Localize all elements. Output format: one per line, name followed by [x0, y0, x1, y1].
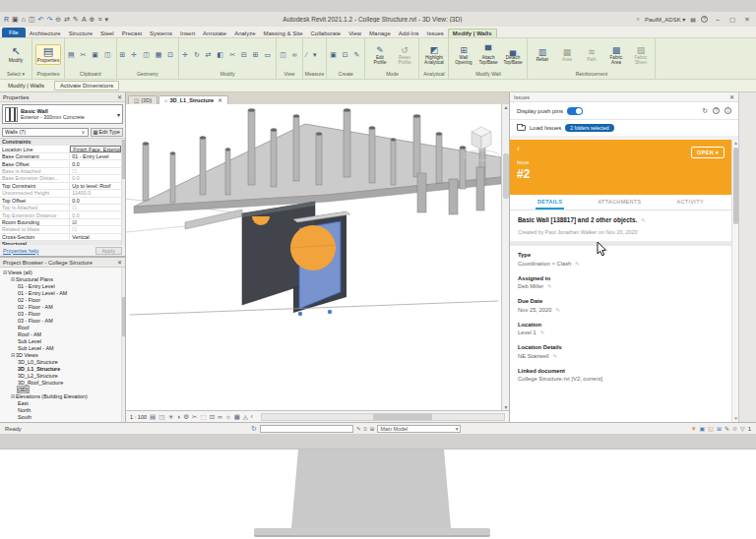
selection-filter-icon[interactable]: ▽ [740, 425, 745, 432]
tree-item[interactable]: 01 - Entry Level [0, 282, 121, 289]
temporary-hide-icon[interactable]: ∞ [218, 413, 222, 421]
attach-top-base-button[interactable]: ▀ Attach Top/Base [476, 45, 499, 65]
property-value[interactable]: ☐ [70, 205, 121, 210]
tree-item[interactable]: Roof - AM [0, 330, 121, 337]
press-drag-icon[interactable]: ◱ [708, 425, 714, 432]
close-icon[interactable]: ✕ [117, 93, 122, 100]
close-button[interactable]: ✕ [742, 16, 752, 24]
scrollbar-thumb[interactable] [373, 414, 432, 420]
views-icon[interactable]: ▣ [12, 16, 19, 24]
scroll-down-icon[interactable]: ▼ [732, 416, 739, 421]
tree-item[interactable]: ⊟ Elevations (Building Elevation) [0, 392, 121, 399]
properties-scrollbar[interactable] [121, 139, 125, 245]
level-node[interactable] [328, 310, 332, 314]
help-icon[interactable]: ? [713, 107, 720, 114]
modify-button[interactable]: ↖ Modify [3, 45, 29, 64]
element-filter-select[interactable]: Walls (7) ∨ [2, 128, 89, 137]
property-value[interactable]: Vertical [70, 234, 121, 240]
redo-icon[interactable]: ↷ [46, 16, 52, 24]
edit-icon[interactable]: ✎ [553, 353, 558, 359]
tree-item[interactable]: North [0, 406, 121, 413]
scale-button[interactable]: 1 : 100 [130, 414, 147, 420]
tree-item[interactable]: 3D_L0_Structure [0, 358, 121, 365]
view-tab[interactable]: ◳ {3D} [128, 95, 158, 104]
tree-item[interactable]: South [0, 413, 121, 420]
minimize-button[interactable]: – [713, 16, 723, 23]
wall-opening-button[interactable]: ⊞ Wall Opening [452, 45, 474, 65]
editable-icon[interactable]: ✎ [356, 426, 361, 432]
ribbon-tab[interactable]: Manage [365, 30, 395, 37]
issue-pushpin-large[interactable] [290, 225, 336, 270]
issues-scrollbar[interactable]: ▲ ▼ [731, 140, 738, 422]
tree-item[interactable]: 02 - Floor [0, 296, 121, 303]
properties-help-link[interactable]: Properties help [3, 248, 38, 254]
visual-style-icon[interactable]: ◳ [158, 413, 164, 421]
3d-view-icon[interactable]: ⊕ [90, 16, 95, 24]
geometry-icons[interactable]: ⊞ ✛ ◫ ▦ ⊡ [120, 51, 176, 59]
view-icons[interactable]: ◫ ∞ [280, 51, 299, 59]
analytical-model-icon[interactable]: ◬ [243, 413, 248, 421]
lock-view-icon[interactable]: ⊡ [210, 413, 215, 421]
scrollbar-thumb[interactable] [733, 148, 738, 224]
tree-item[interactable]: 03 - Floor - AM [0, 317, 121, 324]
view-tab[interactable]: ⌂ 3D_L1_Structure ✕ [158, 95, 228, 104]
vertical-scrollbar[interactable]: ▲ ▼ [501, 104, 509, 410]
tree-item[interactable]: 3D_L1_Structure [0, 365, 121, 372]
section-icon[interactable]: ≡ [97, 16, 101, 23]
tree-item[interactable]: 03 - Floor [0, 310, 121, 317]
ribbon-tab[interactable]: Collaborate [307, 30, 346, 37]
temporary-properties-icon[interactable]: ▦ [234, 413, 240, 421]
edit-type-button[interactable]: ▦ Edit Type [91, 128, 123, 137]
shadows-icon[interactable]: ◑ [176, 413, 180, 421]
detail-level-icon[interactable]: ▤ [150, 413, 156, 421]
search-icon[interactable]: ⌕ [637, 16, 640, 23]
editable-only-icon[interactable]: ▣ [700, 425, 706, 432]
ribbon-tab[interactable]: File [2, 28, 26, 37]
activate-dimensions-button[interactable]: Activate Dimensions [54, 81, 119, 90]
edit-mode-icon[interactable]: ✎ [724, 425, 729, 432]
crop-view-icon[interactable]: ✂ [192, 413, 197, 421]
property-value[interactable]: Finish Face: Exterior [70, 146, 121, 151]
property-value[interactable]: Up to level: Roof [70, 183, 121, 189]
property-value[interactable]: ☐ [70, 226, 121, 232]
type-selector-box[interactable]: Basic Wall Exterior - 300mm Concrete ▾ [2, 104, 123, 124]
save-icon[interactable]: ◫ [29, 16, 35, 24]
issue-tab[interactable]: ACTIVITY [675, 195, 706, 210]
property-value[interactable]: 0.0 [70, 175, 121, 181]
tree-item[interactable]: Roof [0, 324, 121, 330]
grid-icon[interactable]: ⊞ [370, 426, 375, 432]
aligned-dimension-icon[interactable]: ⇄ [64, 16, 70, 24]
folders-selected-badge[interactable]: 2 folders selected [565, 124, 613, 132]
property-value[interactable]: ☑ [70, 219, 121, 225]
info-icon[interactable]: i [724, 107, 731, 114]
crop-region-icon[interactable]: ⬚ [200, 413, 206, 421]
edit-profile-button[interactable]: ✎ Edit Profile [368, 45, 391, 65]
tree-item[interactable]: Sub Level - AM [0, 344, 121, 351]
exclude-options-icon[interactable]: ⊠ [717, 425, 722, 432]
modify-icons[interactable]: ✛ ↻ ⇄ ◧ ✂ ⊟ ⊞ ▭ [182, 51, 273, 59]
load-issues-button[interactable]: Load Issues [530, 125, 561, 131]
ribbon-tab[interactable]: Modify | Walls [448, 29, 497, 37]
property-value[interactable]: 0.0 [70, 161, 121, 167]
edit-icon[interactable]: ✎ [540, 329, 545, 335]
help-icon[interactable]: ? [701, 16, 708, 23]
collapse-icon[interactable]: ‹ [251, 413, 253, 421]
worksharing-icon[interactable]: ↻ [251, 425, 257, 433]
user-menu[interactable]: PaulM_ADSK ▾ [645, 16, 685, 23]
tree-item[interactable]: ⊟ Views (all) [0, 269, 121, 275]
edit-icon[interactable]: ✎ [641, 217, 646, 223]
restore-button[interactable]: ▢ [727, 16, 737, 24]
tree-item[interactable]: 3D_Roof_Structure [0, 379, 121, 386]
apply-button[interactable]: Apply [95, 247, 123, 255]
sun-path-icon[interactable]: ☀ [167, 413, 173, 421]
properties-button[interactable]: ▤ Properties [35, 44, 61, 65]
tree-item[interactable]: 3D_L2_Structure [0, 372, 121, 379]
level-node[interactable] [298, 312, 302, 316]
reveal-hidden-icon[interactable]: ☼ [225, 413, 231, 421]
text-icon[interactable]: A [82, 16, 87, 23]
measure-icons[interactable]: ∕ ▾ [306, 51, 319, 59]
ribbon-tab[interactable]: Steel [96, 30, 118, 37]
status-dropdown[interactable]: OPEN ▾ [691, 147, 724, 158]
ribbon-tab[interactable]: View [345, 30, 365, 37]
tree-item[interactable]: East [0, 399, 121, 406]
